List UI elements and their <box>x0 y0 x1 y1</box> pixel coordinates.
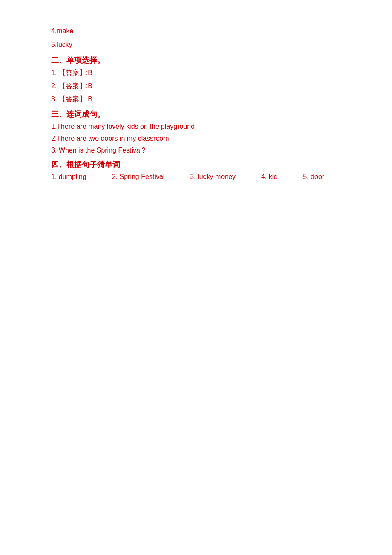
section2-item-2-answer: 【答案】:B <box>59 82 92 90</box>
section2-item-1-answer: 【答案】:B <box>59 69 92 76</box>
section3-item-1: 1.There are many lovely kids on the play… <box>51 123 341 130</box>
section2-item-1-num: 1. <box>51 69 59 76</box>
section3-item-2-text: 2.There are two doors in my classroom. <box>51 135 171 142</box>
intro-item-5: 5.lucky <box>51 39 341 50</box>
section4-item-2: 2. Spring Festival <box>112 173 165 181</box>
intro-item-4-text: 4.make <box>51 27 73 35</box>
section2-item-2: 2. 【答案】:B <box>51 82 341 91</box>
section2-item-3-answer: 【答案】:B <box>59 95 92 103</box>
section3-item-2: 2.There are two doors in my classroom. <box>51 135 341 142</box>
section3-item-3: 3. When is the Spring Festival? <box>51 147 341 154</box>
section2-title: 二、单项选择。 <box>51 55 341 65</box>
intro-item-5-text: 5.lucky <box>51 41 72 48</box>
section2-item-3: 3. 【答案】:B <box>51 95 341 104</box>
section3-item-1-text: 1.There are many lovely kids on the play… <box>51 123 195 130</box>
section2-item-1: 1. 【答案】:B <box>51 69 341 78</box>
section4-item-5: 5. door <box>303 173 324 181</box>
section4-title: 四、根据句子猜单词 <box>51 159 341 170</box>
section3-title: 三、连词成句。 <box>51 109 341 119</box>
section3-item-3-text: 3. When is the Spring Festival? <box>51 147 145 154</box>
section4-item-3: 3. lucky money <box>190 173 236 181</box>
section4-item-1: 1. dumpling <box>51 173 86 181</box>
intro-item-4: 4.make <box>51 26 341 37</box>
section4-item-4: 4. kid <box>261 173 277 181</box>
section4-answers-row: 1. dumpling 2. Spring Festival 3. lucky … <box>51 173 341 181</box>
section2-item-3-num: 3. <box>51 95 57 103</box>
section2-item-2-num: 2. <box>51 82 59 90</box>
